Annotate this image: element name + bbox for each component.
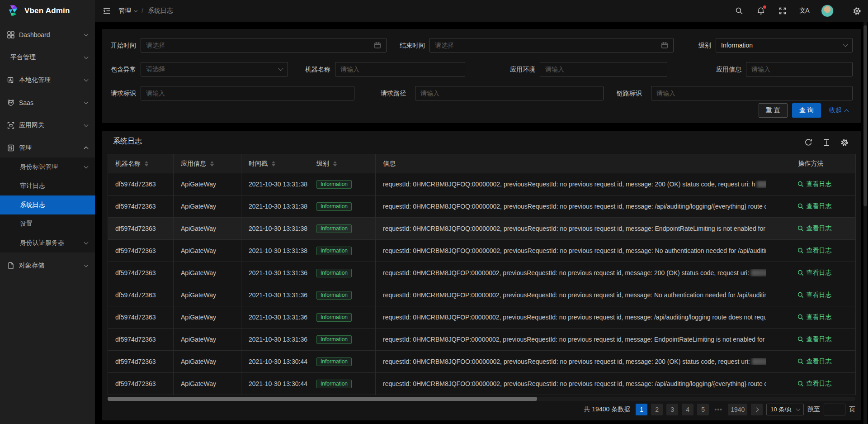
view-log-link[interactable]: 查看日志 [797,291,832,299]
sidebar-item-label: 身份标识管理 [20,163,58,171]
table-row[interactable]: df5974d72363 ApiGateWay 2021-10-30 13:30… [108,373,856,395]
request-id-field[interactable] [146,90,349,97]
view-log-link[interactable]: 查看日志 [797,180,832,188]
app-env-field[interactable] [545,66,662,73]
request-id-input[interactable] [141,86,354,100]
page-button[interactable]: 3 [666,404,678,415]
start-time-input[interactable] [141,38,387,52]
end-time-input[interactable] [429,38,674,52]
level-select[interactable]: Information [716,38,853,52]
horizontal-scrollbar-thumb[interactable] [108,397,537,401]
table-row[interactable]: df5974d72363 ApiGateWay 2021-10-30 13:31… [108,173,856,195]
view-log-link[interactable]: 查看日志 [797,202,832,210]
cell-actions: 查看日志 [766,351,856,373]
cell-level: Information [309,240,376,262]
pagination-total: 共 19400 条数据 [584,405,630,414]
sidebar-item-identity-mgmt[interactable]: 身份标识管理 [0,157,95,176]
trace-id-field[interactable] [656,90,847,97]
table-row[interactable]: df5974d72363 ApiGateWay 2021-10-30 13:31… [108,240,856,262]
table-row[interactable]: df5974d72363 ApiGateWay 2021-10-30 13:31… [108,262,856,284]
sidebar-item-dashboard[interactable]: Dashboard [0,25,95,44]
cell-message: requestId: 0HMCRBM8JQFOQ:00000002, previ… [376,173,766,195]
page-jump-input[interactable] [824,404,845,415]
table-row[interactable]: df5974d72363 ApiGateWay 2021-10-30 13:31… [108,218,856,240]
user-avatar[interactable] [821,5,834,17]
app-info-input[interactable] [746,62,853,76]
notification-bell-icon[interactable] [756,6,766,16]
language-translate-icon[interactable]: 文A [799,6,809,16]
column-height-icon[interactable] [822,138,831,147]
request-id-label: 请求标识 [100,86,136,100]
view-log-link[interactable]: 查看日志 [797,380,832,388]
start-time-field[interactable] [146,42,370,49]
sidebar-item-settings[interactable]: 设置 [0,214,95,233]
column-header-timestamp[interactable]: 时间戳 [241,154,309,173]
column-header-level[interactable]: 级别 [309,154,376,173]
jump-label: 跳至 [807,405,820,414]
menu-fold-icon[interactable] [100,5,113,17]
settings-gear-icon[interactable] [852,6,862,16]
sidebar-item-saas[interactable]: Saas [0,93,95,112]
sidebar-item-manage[interactable]: 管理 [0,138,95,157]
sidebar-item-localization[interactable]: 本地化管理 [0,71,95,90]
page-button[interactable]: 2 [651,404,663,415]
view-log-link[interactable]: 查看日志 [797,313,832,321]
table-row[interactable]: df5974d72363 ApiGateWay 2021-10-30 13:31… [108,329,856,351]
request-path-input[interactable] [415,86,604,100]
cell-timestamp: 2021-10-30 13:31:36 [241,262,309,284]
page-button[interactable]: 1940 [728,404,747,415]
breadcrumb-root[interactable]: 管理 [118,7,137,15]
fullscreen-icon[interactable] [778,6,788,16]
cell-actions: 查看日志 [766,240,856,262]
exception-select[interactable]: 请选择 [141,62,288,76]
machine-name-field[interactable] [340,66,460,73]
app-info-label: 应用信息 [705,62,741,76]
end-time-field[interactable] [435,42,657,49]
view-log-link[interactable]: 查看日志 [797,269,832,277]
table-row[interactable]: df5974d72363 ApiGateWay 2021-10-30 13:31… [108,195,856,218]
collapse-link[interactable]: 收起 [829,106,848,114]
cell-app-info: ApiGateWay [174,262,241,284]
exception-placeholder: 请选择 [146,65,275,73]
sidebar-item-object-storage[interactable]: 对象存储 [0,256,95,275]
logo[interactable]: Vben Admin [0,0,95,22]
cell-timestamp: 2021-10-30 13:31:38 [241,173,309,195]
table-row[interactable]: df5974d72363 ApiGateWay 2021-10-30 13:30… [108,351,856,373]
page-button[interactable]: 5 [697,404,709,415]
view-log-link[interactable]: 查看日志 [797,247,832,255]
app-info-field[interactable] [751,66,847,73]
sidebar-item-system-log[interactable]: 系统日志 [0,195,95,214]
view-log-link[interactable]: 查看日志 [797,335,832,343]
search-icon[interactable] [734,6,744,16]
table-row[interactable]: df5974d72363 ApiGateWay 2021-10-30 13:31… [108,284,856,306]
reset-button[interactable]: 重 置 [759,103,788,118]
page-button[interactable]: 4 [682,404,693,415]
next-page-button[interactable] [751,404,763,415]
sidebar-item-platform[interactable]: 平台管理 [0,48,95,67]
page-size-select[interactable]: 10 条/页 [766,404,804,415]
cell-machine-name: df5974d72363 [108,306,174,329]
app-env-input[interactable] [540,62,667,76]
view-log-link[interactable]: 查看日志 [797,224,832,233]
cell-machine-name: df5974d72363 [108,173,174,195]
view-log-link[interactable]: 查看日志 [797,357,832,366]
query-button[interactable]: 查 询 [792,103,821,118]
machine-name-input[interactable] [335,62,465,76]
page-button[interactable]: 1 [636,404,647,415]
refresh-icon[interactable] [804,138,813,147]
manage-submenu: 身份标识管理 审计日志 系统日志 设置 身份认证服务器 [0,157,95,252]
cell-actions: 查看日志 [766,262,856,284]
trace-id-input[interactable] [651,86,853,100]
sidebar-item-audit-log[interactable]: 审计日志 [0,176,95,195]
magnifier-icon [797,248,804,254]
table-row[interactable]: df5974d72363 ApiGateWay 2021-10-30 13:31… [108,306,856,329]
cell-level: Information [309,373,376,395]
sidebar-item-auth-server[interactable]: 身份认证服务器 [0,233,95,252]
sidebar-item-gateway[interactable]: 应用网关 [0,116,95,135]
column-header-app[interactable]: 应用信息 [174,154,241,173]
cell-timestamp: 2021-10-30 13:31:38 [241,240,309,262]
column-header-machine[interactable]: 机器名称 [108,154,174,173]
request-path-field[interactable] [420,90,598,97]
table-settings-gear-icon[interactable] [840,138,849,147]
vertical-scrollbar-thumb[interactable] [863,25,867,206]
